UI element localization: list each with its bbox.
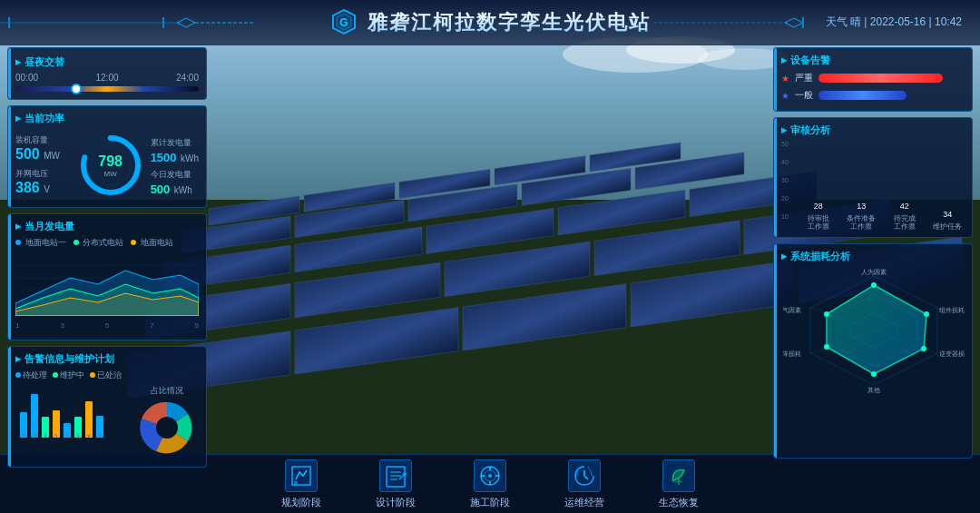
audit-bar-4-value: 34 — [943, 210, 952, 219]
alert-bars-svg: 5 12 3 5 2 3 9 3 — [15, 385, 130, 439]
alert-info-card: 告警信息与维护计划 待处理 维护中 已处治 — [7, 346, 207, 468]
svg-text:方阵损耗: 方阵损耗 — [783, 350, 801, 358]
ecology-label: 生态恢复 — [659, 496, 699, 509]
svg-marker-41 — [785, 18, 803, 27]
design-label: 设计阶段 — [376, 496, 416, 509]
audit-bar-3: 42 待完成工作票 — [887, 202, 922, 232]
severe-alert-bar — [818, 74, 943, 83]
chart-x-axis: 1 3 5 7 9 — [15, 321, 199, 330]
gen-stats-col: 累计发电量 1500 kWh 今日发电量 500 kWh — [151, 137, 199, 197]
ecology-icon[interactable] — [662, 459, 695, 492]
audit-bars-container: 28 待审批工作票 13 条件准备工作票 42 待完成工作票 — [801, 159, 965, 232]
header-right-decoration — [653, 14, 817, 32]
nav-item-design[interactable]: 设计阶段 — [376, 459, 416, 509]
pie-chart-svg — [138, 399, 197, 458]
svg-rect-51 — [31, 394, 38, 438]
audit-chart: 50 40 30 20 10 28 待审批工作票 13 — [781, 141, 965, 232]
alert-legend-3: 已处治 — [90, 370, 122, 381]
power-section: 装机容量 500 MW 并网电压 386 V — [15, 129, 199, 202]
severe-bar-container — [818, 71, 965, 85]
alert-general-row: ★ 一般 — [781, 88, 965, 103]
power-stats: 装机容量 500 MW 并网电压 386 V — [15, 134, 71, 196]
daynight-slider-thumb[interactable] — [71, 84, 82, 94]
audit-bar-2: 13 条件准备工作票 — [845, 202, 879, 232]
page-title: 雅砻江柯拉数字孪生光伏电站 — [368, 9, 651, 36]
construction-label: 施工阶段 — [470, 496, 510, 509]
installed-capacity-unit: MW — [44, 151, 60, 161]
header: G 雅砻江柯拉数字孪生光伏电站 天气 晴 | 2022-05-16 | 10:4… — [0, 0, 980, 45]
svg-point-78 — [871, 371, 877, 377]
grid-voltage-block: 并网电压 386 V — [15, 168, 71, 196]
legend-3: 地面电站 — [131, 237, 173, 249]
chart-legend: 地面电站一 分布式电站 地面电站 — [15, 237, 199, 249]
audit-y-axis: 50 40 30 20 10 — [781, 141, 799, 232]
cumulative-value: 1500 — [151, 151, 177, 164]
current-power-card: 当前功率 装机容量 500 MW 并网电压 386 V — [7, 105, 207, 208]
weather-label: 天气 晴 — [826, 15, 861, 28]
cumulative-block: 累计发电量 1500 kWh — [151, 137, 199, 165]
design-icon[interactable] — [379, 459, 412, 492]
svg-point-77 — [921, 346, 926, 351]
system-loss-card: 系统损耗分析 — [773, 243, 973, 459]
today-block: 今日发电量 500 kWh — [151, 169, 199, 197]
svg-text:人为因素: 人为因素 — [861, 269, 887, 276]
nav-item-operations[interactable]: 运维经营 — [564, 459, 604, 509]
svg-text:12: 12 — [32, 433, 38, 439]
installed-capacity-block: 装机容量 500 MW — [15, 134, 71, 163]
operations-icon[interactable] — [568, 459, 601, 492]
time-mid: 12:00 — [95, 73, 118, 83]
monthly-generation-title: 当月发电量 — [15, 220, 199, 233]
today-label: 今日发电量 — [151, 169, 199, 181]
cumulative-label: 累计发电量 — [151, 137, 199, 149]
daynight-slider-track[interactable] — [15, 86, 199, 92]
audit-bar-2-value: 13 — [857, 202, 866, 211]
operations-label: 运维经营 — [564, 496, 604, 509]
current-power-title: 当前功率 — [15, 112, 199, 125]
planning-icon[interactable] — [285, 459, 318, 492]
svg-point-67 — [156, 417, 178, 439]
svg-point-76 — [924, 311, 929, 317]
pie-area: 占比情况 — [135, 385, 199, 461]
general-label: 一般 — [795, 89, 813, 102]
alert-legend: 待处理 维护中 已处治 — [15, 370, 199, 381]
legend-dot-2 — [74, 240, 79, 245]
monthly-chart-area: 1 3 5 7 9 — [15, 252, 199, 334]
date-label: 2022-05-16 — [870, 15, 926, 28]
severe-star-icon: ★ — [781, 74, 789, 84]
system-loss-radar-svg: 人为因素 组件损耗 逆变器损耗 其他 方阵损耗 天气因素 — [783, 267, 965, 394]
legend-dot-3 — [131, 240, 136, 245]
installed-capacity-value: 500 — [15, 146, 40, 162]
svg-rect-88 — [294, 481, 298, 485]
audit-bar-4: 34 维护任务 — [931, 210, 965, 232]
audit-bar-1: 28 待审批工作票 — [801, 202, 836, 232]
left-panel: 昼夜交替 00:00 12:00 24:00 当前功率 装机容量 500 MW — [7, 47, 207, 459]
header-info: 天气 晴 | 2022-05-16 | 10:42 — [826, 15, 962, 30]
audit-bar-2-label: 条件准备工作票 — [847, 214, 876, 232]
audit-bar-3-label: 待完成工作票 — [894, 214, 916, 232]
general-alert-bar — [818, 91, 906, 100]
installed-capacity-label: 装机容量 — [15, 134, 71, 146]
gauge-unit: MW — [98, 170, 122, 178]
system-loss-chart: 人为因素 组件损耗 逆变器损耗 其他 方阵损耗 天气因素 — [781, 267, 965, 394]
audit-bar-4-label: 维护任务 — [933, 222, 962, 232]
nav-item-planning[interactable]: 规划阶段 — [281, 459, 321, 509]
time-labels: 00:00 12:00 24:00 — [15, 73, 199, 83]
severe-label: 严重 — [795, 72, 813, 84]
svg-point-79 — [824, 344, 829, 350]
monthly-chart-svg — [15, 252, 199, 316]
header-left-decoration — [0, 14, 254, 32]
svg-rect-56 — [85, 401, 93, 438]
nav-item-ecology[interactable]: 生态恢复 — [659, 459, 699, 509]
nav-item-construction[interactable]: 施工阶段 — [470, 459, 510, 509]
legend-1: 地面电站一 — [15, 237, 66, 249]
construction-icon[interactable] — [474, 459, 506, 492]
svg-text:逆变器损耗: 逆变器损耗 — [939, 350, 965, 358]
svg-point-75 — [871, 282, 877, 288]
alert-legend-2: 维护中 — [53, 370, 84, 381]
time-end: 24:00 — [176, 73, 199, 83]
time-label: 10:42 — [935, 15, 962, 28]
svg-text:天气因素: 天气因素 — [783, 307, 801, 313]
alert-info-title: 告警信息与维护计划 — [15, 352, 199, 366]
time-start: 00:00 — [15, 73, 38, 83]
audit-bar-3-value: 42 — [900, 202, 909, 211]
